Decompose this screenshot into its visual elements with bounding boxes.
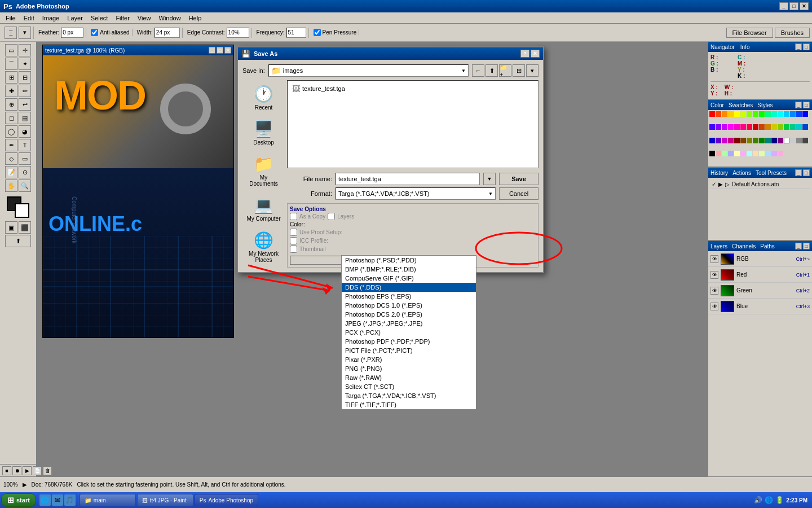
view-toggle-btn[interactable]: ⊞ <box>513 64 525 77</box>
swatch[interactable] <box>716 138 721 143</box>
anti-alias-checkbox[interactable] <box>91 29 98 36</box>
blur-tool[interactable]: ◯ <box>5 125 17 138</box>
view-menu-btn[interactable]: ▾ <box>526 64 539 77</box>
channels-tab[interactable]: Channels <box>732 243 756 249</box>
type-tool[interactable]: T <box>19 139 31 151</box>
layer-name-rgb[interactable]: RGB <box>736 256 793 262</box>
canvas-close[interactable]: ✕ <box>224 47 231 54</box>
mycomputer-shortcut[interactable]: 💻 My Computer <box>244 194 284 224</box>
email-icon[interactable]: ✉ <box>52 494 63 506</box>
layers-checkbox[interactable] <box>328 213 335 220</box>
swatch[interactable] <box>771 111 777 117</box>
swatch[interactable] <box>765 151 771 156</box>
nav-expand[interactable]: □ <box>803 43 810 50</box>
cancel-button[interactable]: Cancel <box>499 187 539 200</box>
delete-action-btn[interactable]: 🗑 <box>43 466 52 475</box>
close-button[interactable]: ✕ <box>800 2 809 10</box>
layer-name-green[interactable]: Green <box>736 287 794 294</box>
taskbar-main[interactable]: 📁 main <box>80 494 136 506</box>
format-png[interactable]: PNG (*.PNG) <box>342 364 476 373</box>
fullscreen-mode[interactable]: ⬛ <box>19 221 31 234</box>
swatch[interactable] <box>753 138 758 143</box>
tool-option-btn[interactable]: ▾ <box>19 27 31 39</box>
swatch[interactable] <box>740 124 746 130</box>
file-browser-tab[interactable]: File Browser <box>726 28 773 38</box>
crop-tool[interactable]: ⊞ <box>5 71 17 84</box>
jump-to-btn[interactable]: ⬆ <box>5 235 31 247</box>
format-gif[interactable]: CompuServe GIF (*.GIF) <box>342 274 476 283</box>
menu-view[interactable]: View <box>134 14 155 23</box>
format-jpeg[interactable]: JPEG (*.JPG;*.JPEG;*.JPE) <box>342 319 476 328</box>
swatch[interactable] <box>734 111 740 117</box>
maximize-button[interactable]: □ <box>789 2 798 10</box>
lasso-tool-btn[interactable]: ⌶ <box>5 27 17 39</box>
swatch[interactable] <box>784 124 789 130</box>
menu-file[interactable]: File <box>2 14 19 23</box>
filename-input[interactable] <box>336 173 480 185</box>
as-copy-checkbox[interactable] <box>290 213 297 220</box>
format-dcs1[interactable]: Photoshop DCS 1.0 (*.EPS) <box>342 301 476 310</box>
color-tab[interactable]: Color <box>710 102 724 108</box>
record-btn[interactable]: ⏺ <box>12 466 21 475</box>
layers-expand[interactable]: □ <box>803 243 810 249</box>
tray-icon-2[interactable]: 🌐 <box>765 496 773 504</box>
media-icon[interactable]: 🎵 <box>64 494 76 506</box>
swatches-tab[interactable]: Swatches <box>729 102 753 108</box>
swatch[interactable] <box>778 111 783 117</box>
slice-tool[interactable]: ⊟ <box>19 71 31 84</box>
use-proof-checkbox[interactable] <box>290 229 297 236</box>
stop-btn[interactable]: ■ <box>2 466 11 475</box>
swatch[interactable] <box>778 124 783 130</box>
nav-minimize[interactable]: _ <box>795 43 802 50</box>
history-tab[interactable]: History <box>710 170 728 176</box>
eye-red[interactable]: 👁 <box>710 271 718 279</box>
tool-presets-tab[interactable]: Tool Presets <box>756 170 787 176</box>
path-tool[interactable]: ◇ <box>5 152 17 165</box>
swatch[interactable] <box>728 138 734 143</box>
swatch[interactable] <box>802 111 808 117</box>
canvas-maximize[interactable]: □ <box>217 47 223 54</box>
paths-tab[interactable]: Paths <box>760 243 775 249</box>
menu-filter[interactable]: Filter <box>112 14 133 23</box>
menu-image[interactable]: Image <box>39 14 63 23</box>
swatch[interactable] <box>734 124 740 130</box>
network-shortcut[interactable]: 🌐 My Network Places <box>244 229 284 265</box>
magic-wand-tool[interactable]: ✦ <box>19 58 31 70</box>
actions-set-label[interactable]: Default Actions.atn <box>732 181 779 187</box>
swatch-red[interactable] <box>709 111 715 117</box>
format-bmp[interactable]: BMP (*.BMP;*.RLE;*.DIB) <box>342 265 476 274</box>
taskbar-photoshop[interactable]: Ps Adobe Photoshop <box>195 494 258 506</box>
swatch[interactable] <box>765 138 771 143</box>
swatch[interactable] <box>765 111 771 117</box>
swatch[interactable] <box>759 138 765 143</box>
desktop-shortcut[interactable]: 🖥️ Desktop <box>244 117 284 148</box>
eye-rgb[interactable]: 👁 <box>710 255 718 263</box>
brushes-tab[interactable]: Brushes <box>775 28 810 38</box>
menu-help[interactable]: Help <box>186 14 205 23</box>
width-input[interactable] <box>155 28 180 38</box>
feather-input[interactable] <box>61 28 83 38</box>
swatch[interactable] <box>753 124 758 130</box>
format-pcx[interactable]: PCX (*.PCX) <box>342 328 476 337</box>
save-options-link[interactable]: Save Options <box>290 206 536 212</box>
format-pixar[interactable]: Pixar (*.PXR) <box>342 355 476 364</box>
menu-select[interactable]: Select <box>87 14 112 23</box>
layer-name-blue[interactable]: Blue <box>736 303 794 309</box>
pen-pressure-checkbox[interactable] <box>314 29 321 36</box>
swatch[interactable] <box>747 151 752 156</box>
swatch[interactable] <box>759 151 765 156</box>
edge-contrast-input[interactable] <box>227 28 249 38</box>
format-psd[interactable]: Photoshop (*.PSD;*.PDD) <box>342 256 476 265</box>
swatch-black[interactable] <box>709 151 715 156</box>
selection-tool[interactable]: ▭ <box>5 44 17 56</box>
eye-green[interactable]: 👁 <box>710 287 718 295</box>
frequency-input[interactable] <box>286 28 306 38</box>
nav-tab[interactable]: Navigator <box>710 44 735 50</box>
icc-profile-checkbox[interactable] <box>290 237 297 244</box>
move-tool[interactable]: ✛ <box>19 44 31 56</box>
swatch[interactable] <box>765 124 771 130</box>
save-button[interactable]: Save <box>499 173 539 185</box>
new-action-btn[interactable]: 📄 <box>33 466 42 475</box>
brush-tool[interactable]: ✏ <box>19 85 31 97</box>
swatch[interactable] <box>753 151 758 156</box>
